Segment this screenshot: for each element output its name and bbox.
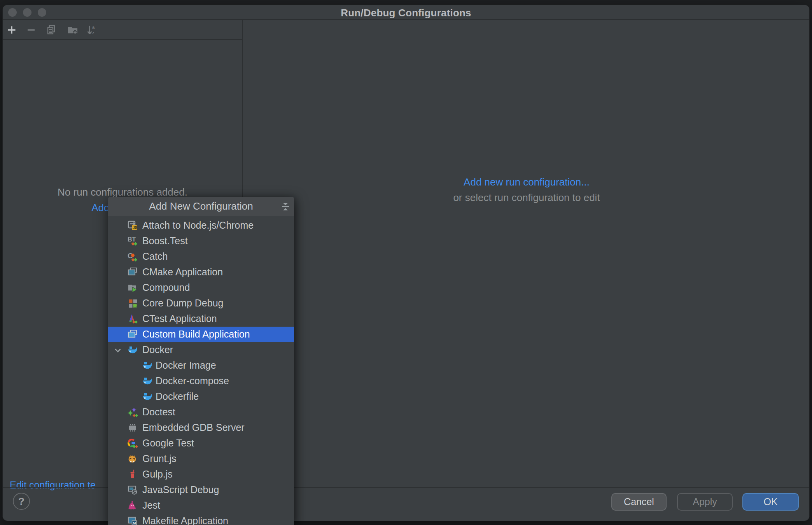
popup-header: Add New Configuration xyxy=(108,197,294,216)
list-item-label: Google Test xyxy=(142,438,194,449)
title-bar: Run/Debug Configurations xyxy=(3,5,809,20)
list-item[interactable]: Dockerfile xyxy=(108,389,294,404)
window-title: Run/Debug Configurations xyxy=(3,7,809,19)
list-item-label: Compound xyxy=(142,282,190,293)
list-item[interactable]: Jest xyxy=(108,498,294,513)
list-item[interactable]: CMake Application xyxy=(108,264,294,280)
boost-test-icon: BT xyxy=(127,236,138,247)
embedded-gdb-server-icon xyxy=(127,422,138,433)
list-item-label: CTest Application xyxy=(142,313,217,324)
list-item-label: Boost.Test xyxy=(142,235,188,247)
configuration-type-list: JSAttach to Node.js/ChromeBTBoost.TestCC… xyxy=(108,218,294,525)
google-test-icon xyxy=(127,438,138,449)
list-item[interactable]: JSAttach to Node.js/Chrome xyxy=(108,218,294,233)
list-item-label: Catch xyxy=(142,251,168,262)
list-item[interactable]: CTest Application xyxy=(108,311,294,327)
configuration-detail-panel: Add new run configuration... or select r… xyxy=(244,20,809,487)
apply-button[interactable]: Apply xyxy=(677,493,733,511)
core-dump-debug-icon xyxy=(127,298,138,309)
list-item[interactable]: Gulp.js xyxy=(108,467,294,482)
grunt-js-icon xyxy=(127,453,138,464)
help-button[interactable]: ? xyxy=(13,493,30,510)
chevron-down-icon[interactable] xyxy=(114,346,122,354)
list-item-label: Doctest xyxy=(142,406,175,418)
list-item[interactable]: Docker xyxy=(108,342,294,358)
list-item[interactable]: JavaScript Debug xyxy=(108,482,294,498)
cancel-button[interactable]: Cancel xyxy=(611,493,667,511)
compound-icon xyxy=(127,282,138,293)
javascript-debug-icon xyxy=(127,485,138,495)
svg-text:BT: BT xyxy=(128,236,136,243)
list-item-label: Docker xyxy=(142,344,173,355)
list-item-label: Docker Image xyxy=(156,360,216,371)
list-item-label: Jest xyxy=(142,500,160,511)
list-item-label: Dockerfile xyxy=(156,391,199,402)
list-item-label: Custom Build Application xyxy=(142,329,250,340)
add-new-run-configuration-link[interactable]: Add new run configuration... xyxy=(244,176,809,188)
list-item[interactable]: CCatch xyxy=(108,249,294,264)
list-item-label: Docker-compose xyxy=(156,375,229,387)
catch-icon: C xyxy=(127,251,138,262)
doctest-icon xyxy=(127,407,138,418)
list-item-label: Embedded GDB Server xyxy=(142,422,245,433)
list-item[interactable]: Doctest xyxy=(108,404,294,420)
jest-icon xyxy=(127,500,138,511)
sort-alphabetically-icon[interactable]: a z xyxy=(86,24,98,36)
list-item-label: Core Dump Debug xyxy=(142,298,223,309)
list-item[interactable]: Core Dump Debug xyxy=(108,296,294,311)
docker-icon xyxy=(142,376,153,387)
docker-icon xyxy=(142,391,153,402)
screen: Run/Debug Configurations xyxy=(0,0,812,525)
tree-toolbar: a z xyxy=(3,20,242,40)
list-item[interactable]: Compound xyxy=(108,280,294,296)
cmake-application-icon xyxy=(127,267,138,278)
custom-build-application-icon xyxy=(127,329,138,340)
list-item-label: CMake Application xyxy=(142,266,223,278)
list-item-label: Gulp.js xyxy=(142,469,173,480)
docker-icon xyxy=(127,345,138,355)
svg-text:JS: JS xyxy=(133,226,138,230)
attach-nodejs-chrome-icon: JS xyxy=(127,220,138,231)
list-item[interactable]: BTBoost.Test xyxy=(108,233,294,249)
select-configuration-hint: or select run configuration to edit xyxy=(244,192,809,204)
list-item[interactable]: Docker Image xyxy=(108,358,294,373)
copy-icon[interactable] xyxy=(46,24,57,36)
list-item[interactable]: Docker-compose xyxy=(108,373,294,389)
docker-icon xyxy=(142,360,153,371)
add-new-configuration-popup: Add New Configuration JSAttach to Node.j… xyxy=(108,197,294,525)
svg-text:M: M xyxy=(133,521,136,525)
ok-button[interactable]: OK xyxy=(742,493,799,511)
list-item-label: Attach to Node.js/Chrome xyxy=(142,220,254,231)
svg-text:z: z xyxy=(92,30,94,35)
svg-text:a: a xyxy=(92,25,95,30)
list-item[interactable]: Google Test xyxy=(108,436,294,451)
list-item[interactable]: Embedded GDB Server xyxy=(108,420,294,436)
remove-icon[interactable] xyxy=(25,24,37,36)
new-folder-icon[interactable] xyxy=(67,24,79,36)
list-item[interactable]: MMakefile Application xyxy=(108,513,294,525)
list-item[interactable]: Grunt.js xyxy=(108,451,294,467)
makefile-application-icon: M xyxy=(127,516,138,525)
list-item-label: Makefile Application xyxy=(142,515,228,525)
ctest-application-icon xyxy=(127,313,138,324)
popup-title: Add New Configuration xyxy=(108,200,294,212)
list-item[interactable]: Custom Build Application xyxy=(108,327,294,342)
list-item-label: Grunt.js xyxy=(142,453,177,464)
gulp-js-icon xyxy=(127,469,138,480)
list-item-label: JavaScript Debug xyxy=(142,484,219,495)
collapse-all-icon[interactable] xyxy=(280,201,291,212)
add-icon[interactable] xyxy=(6,24,18,36)
